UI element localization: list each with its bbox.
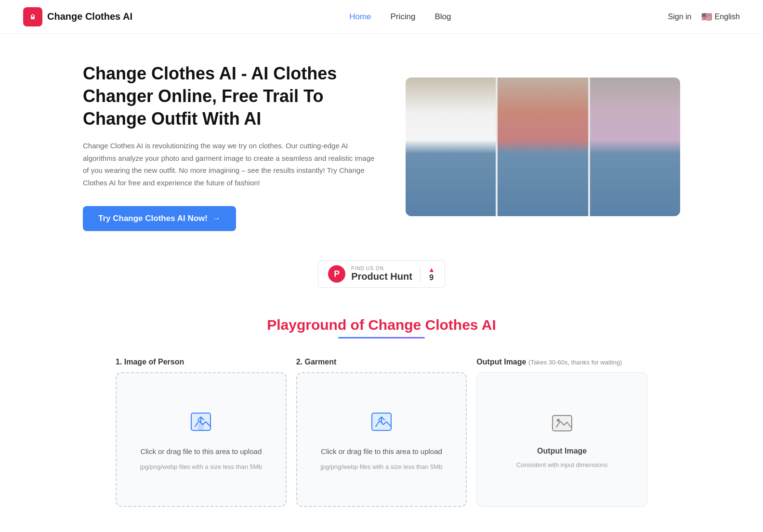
hero-cta-label: Try Change Clothes AI Now! [98,214,208,223]
hero-cta-arrow: → [212,214,221,223]
hero-image-3 [590,78,680,216]
garment-upload-box[interactable]: Click or drag file to this area to uploa… [296,372,467,507]
nav-home[interactable]: Home [349,12,371,22]
logo-icon [23,7,42,26]
person-upload-main-text: Click or drag file to this area to uploa… [140,447,262,455]
product-hunt-name: Product Hunt [351,271,412,282]
output-image-icon [550,411,575,441]
hero-cta-button[interactable]: Try Change Clothes AI Now! → [83,206,236,231]
vote-count: 9 [429,273,434,282]
hero-description: Change Clothes AI is revolutionizing the… [83,140,382,189]
hero-left: Change Clothes AI - AI Clothes Changer O… [83,63,382,231]
product-hunt-badge[interactable]: P FIND US ON Product Hunt ▲ 9 [318,260,445,288]
output-image-box: Output Image Consistent with input dimen… [476,372,647,507]
vote-arrow-icon: ▲ [428,266,435,273]
hero-title: Change Clothes AI - AI Clothes Changer O… [83,63,382,130]
product-hunt-icon: P [328,265,345,283]
svg-point-1 [32,15,34,17]
hero-image-grid [406,78,680,216]
hero-section: Change Clothes AI - AI Clothes Changer O… [44,34,719,250]
nav-blog[interactable]: Blog [434,12,451,22]
logo-link[interactable]: Change Clothes AI [23,7,132,26]
product-hunt-vote: ▲ 9 [420,266,435,282]
navbar: Change Clothes AI Home Pricing Blog Sign… [0,0,763,34]
output-section-label: Output Image (Takes 30-60s, thanks for w… [476,358,647,366]
garment-section-label: 2. Garment [296,358,467,366]
product-hunt-find-label: FIND US ON [351,266,412,271]
nav-right: Sign in 🇺🇸 English [668,12,740,22]
product-hunt-section: P FIND US ON Product Hunt ▲ 9 [0,250,763,307]
playground-title-colored: Playground of Change Clothes AI [267,317,496,333]
svg-rect-3 [198,423,204,430]
language-selector[interactable]: 🇺🇸 English [701,12,740,22]
nav-links: Home Pricing Blog [349,12,451,22]
flag-icon: 🇺🇸 [701,12,712,22]
playground-title-underline [338,337,425,338]
garment-upload-main-text: Click or drag file to this area to uploa… [321,447,442,455]
playground-title: Playground of Change Clothes AI [116,317,647,333]
product-hunt-text: FIND US ON Product Hunt [351,266,412,282]
upload-grid: 1. Image of Person Click or drag file to… [116,358,647,507]
hero-image-1 [406,78,496,216]
output-sub-text: Consistent with input dimensions [516,461,607,468]
person-upload-sub-text: jpg/png/webp files with a size less than… [140,463,262,470]
output-section: Output Image (Takes 30-60s, thanks for w… [476,358,647,507]
playground-section: Playground of Change Clothes AI 1. Image… [92,307,671,532]
person-image-section: 1. Image of Person Click or drag file to… [116,358,287,507]
output-main-text: Output Image [537,447,587,455]
garment-upload-sub-text: jpg/png/webp files with a size less than… [321,463,443,470]
logo-text: Change Clothes AI [47,11,132,22]
signin-button[interactable]: Sign in [668,13,692,21]
svg-point-6 [557,419,560,422]
garment-section: 2. Garment Click or drag file to this ar… [296,358,467,507]
person-section-label: 1. Image of Person [116,358,287,366]
garment-upload-icon [369,409,394,440]
nav-pricing[interactable]: Pricing [391,12,416,22]
hero-right [406,78,680,216]
language-label: English [715,13,740,21]
hero-image-2 [498,78,588,216]
person-upload-box[interactable]: Click or drag file to this area to uploa… [116,372,287,507]
person-upload-icon [188,409,213,440]
